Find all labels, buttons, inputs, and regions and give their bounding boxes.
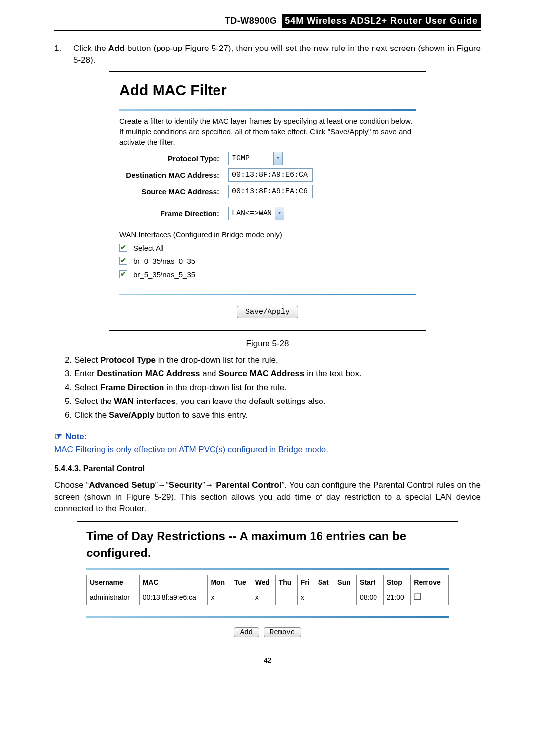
chevron-down-icon: ▾ — [273, 152, 282, 165]
chk-label: Select All — [133, 243, 164, 253]
th-wed: Wed — [252, 575, 275, 590]
step-1-text: Click the Add button (pop-up Figure 5-27… — [73, 43, 481, 66]
t: Destination MAC Address — [97, 369, 200, 378]
t: Select — [74, 383, 100, 392]
t: in the drop-down list for the rule. — [164, 383, 287, 392]
page-number: 42 — [54, 655, 481, 665]
divider — [119, 294, 416, 295]
input-dest-mac[interactable]: 00:13:8F:A9:E6:CA — [228, 168, 313, 182]
header: TD-W8900G 54M Wireless ADSL2+ Router Use… — [54, 14, 481, 28]
t: Parental Control — [216, 480, 281, 490]
t: ”→“ — [155, 480, 169, 490]
parental-table: Username MAC Mon Tue Wed Thu Fri Sat Sun… — [86, 575, 449, 605]
cell-fri: x — [297, 590, 315, 605]
figure-5-29: Time of Day Restrictions -- A maximum 16… — [77, 521, 458, 650]
select-protocol[interactable]: IGMP ▾ — [228, 152, 283, 165]
th-start: Start — [357, 575, 384, 590]
select-frame[interactable]: LAN<=>WAN ▾ — [228, 207, 284, 220]
checkbox-remove[interactable] — [414, 593, 421, 600]
checkbox-select-all[interactable]: ✔ — [119, 244, 127, 252]
figure-desc: Create a filter to identify the MAC laye… — [119, 116, 416, 147]
section-para: Choose “Advanced Setup”→“Security”→“Pare… — [54, 479, 481, 514]
step-6: Click the Save/Apply button to save this… — [74, 409, 481, 421]
select-value: LAN<=>WAN — [232, 208, 272, 219]
th-sat: Sat — [315, 575, 334, 590]
cell-tue — [231, 590, 252, 605]
header-model: TD-W8900G — [225, 15, 277, 27]
step-4: Select Frame Direction in the drop-down … — [74, 382, 481, 394]
checkbox-iface2[interactable]: ✔ — [119, 270, 127, 278]
cell-wed: x — [252, 590, 275, 605]
wan-heading: WAN Interfaces (Configured in Bridge mod… — [119, 229, 416, 240]
divider — [86, 568, 449, 570]
label-dest-mac: Destination MAC Address: — [119, 170, 228, 180]
steps-list: Select Protocol Type in the drop-down li… — [54, 354, 481, 421]
step-1: 1. Click the Add button (pop-up Figure 5… — [54, 43, 481, 66]
table-header-row: Username MAC Mon Tue Wed Thu Fri Sat Sun… — [87, 575, 449, 590]
chevron-down-icon: ▾ — [275, 207, 284, 220]
figure-title: Add MAC Filter — [119, 80, 416, 101]
figure2-title: Time of Day Restrictions -- A maximum 16… — [86, 528, 449, 561]
step-3: Enter Destination MAC Address and Source… — [74, 368, 481, 380]
th-stop: Stop — [383, 575, 411, 590]
row-frame: Frame Direction: LAN<=>WAN ▾ — [119, 207, 416, 220]
th-remove: Remove — [411, 575, 449, 590]
label-src-mac: Source MAC Address: — [119, 186, 228, 197]
th-tue: Tue — [231, 575, 252, 590]
divider — [86, 616, 449, 618]
cell-stop: 21:00 — [383, 590, 411, 605]
step-5: Select the WAN interfaces, you can leave… — [74, 396, 481, 407]
t: Frame Direction — [100, 383, 164, 392]
t: , you can leave the default settings als… — [176, 397, 325, 406]
hand-icon: ☞ — [54, 431, 62, 441]
row-dest-mac: Destination MAC Address: 00:13:8F:A9:E6:… — [119, 168, 416, 182]
t: Add — [108, 44, 125, 53]
t: Enter — [74, 369, 97, 378]
chk-select-all-row: ✔ Select All — [119, 243, 416, 253]
remove-button[interactable]: Remove — [264, 627, 301, 637]
step-2: Select Protocol Type in the drop-down li… — [74, 354, 481, 366]
cell-username: administrator — [87, 590, 140, 605]
t: Advanced Setup — [89, 480, 155, 490]
cell-mon: x — [208, 590, 231, 605]
cell-start: 08:00 — [357, 590, 384, 605]
chk-iface1-row: ✔ br_0_35/nas_0_35 — [119, 256, 416, 266]
checkbox-iface1[interactable]: ✔ — [119, 257, 127, 265]
cell-thu — [275, 590, 297, 605]
save-apply-button[interactable]: Save/Apply — [237, 306, 298, 318]
t: Protocol Type — [100, 355, 156, 365]
chk-label: br_5_35/nas_5_35 — [133, 269, 195, 280]
t: button (pop-up Figure 5-27), then you wi… — [73, 44, 481, 65]
t: Select the — [74, 397, 114, 406]
header-rule — [54, 30, 481, 31]
note-head-text: Note: — [65, 432, 87, 441]
page: TD-W8900G 54M Wireless ADSL2+ Router Use… — [0, 0, 535, 756]
input-src-mac[interactable]: 00:13:8F:A9:EA:C6 — [228, 185, 313, 198]
divider — [119, 109, 416, 111]
add-button[interactable]: Add — [234, 627, 259, 637]
chk-iface2-row: ✔ br_5_35/nas_5_35 — [119, 269, 416, 280]
section-heading: 5.4.4.3. Parental Control — [54, 463, 481, 474]
cell-mac: 00:13:8f:a9:e6:ca — [139, 590, 208, 605]
t: Save/Apply — [109, 410, 155, 420]
t: button to save this entry. — [155, 410, 248, 420]
note-heading: ☞Note: — [54, 430, 481, 443]
label-protocol: Protocol Type: — [119, 153, 228, 164]
button-row: Add Remove — [86, 626, 449, 638]
header-guide: 54M Wireless ADSL2+ Router User Guide — [282, 14, 481, 28]
t: Click the — [74, 410, 109, 420]
th-mon: Mon — [208, 575, 231, 590]
figure-5-28: Add MAC Filter Create a filter to identi… — [109, 71, 426, 331]
row-src-mac: Source MAC Address: 00:13:8F:A9:EA:C6 — [119, 185, 416, 198]
th-mac: MAC — [139, 575, 208, 590]
t: Source MAC Address — [218, 369, 304, 378]
t: in the drop-down list for the rule. — [156, 355, 278, 365]
th-fri: Fri — [297, 575, 315, 590]
t: ”→“ — [202, 480, 216, 490]
cell-remove — [411, 590, 449, 605]
note-body: MAC Filtering is only effective on ATM P… — [54, 444, 481, 455]
figure-caption: Figure 5-28 — [54, 338, 481, 350]
chk-label: br_0_35/nas_0_35 — [133, 256, 195, 266]
step-1-num: 1. — [54, 43, 73, 66]
t: in the text box. — [304, 369, 361, 378]
